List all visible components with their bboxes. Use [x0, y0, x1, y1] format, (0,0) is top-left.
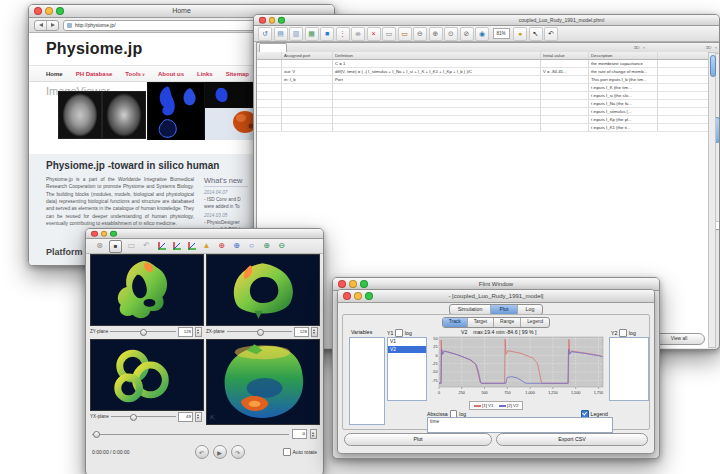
- rotate-y-icon[interactable]: ⊕: [231, 241, 242, 252]
- zoom-fit-icon[interactable]: ⊘: [460, 27, 474, 41]
- undo-icon[interactable]: ↶: [544, 27, 558, 41]
- rotate-x-icon[interactable]: ⊕: [216, 241, 227, 252]
- zoom-level-box[interactable]: 81%: [493, 28, 510, 39]
- table-row[interactable]: t inputs I_K1 (the ti...: [257, 124, 709, 132]
- axis-zxy-icon[interactable]: [186, 241, 197, 252]
- table-row[interactable]: t inputs I_stimulus (...: [257, 108, 709, 116]
- axis-xyz-icon[interactable]: [156, 241, 167, 252]
- module-icon[interactable]: ■: [320, 27, 334, 41]
- slider-value[interactable]: 128: [294, 327, 309, 337]
- close-button[interactable]: [343, 292, 351, 300]
- plot-button[interactable]: Plot: [344, 433, 492, 446]
- slider-thumb[interactable]: [257, 329, 264, 336]
- capture-icon[interactable]: ▭: [126, 241, 137, 252]
- close-button[interactable]: [338, 280, 346, 288]
- document-titlebar[interactable]: - [coupled_Luo_Rudy_1991_model]: [338, 290, 654, 303]
- y1-log-checkbox[interactable]: [395, 329, 403, 337]
- save-icon[interactable]: ▥: [289, 27, 303, 41]
- back-forward-buttons[interactable]: [34, 20, 59, 31]
- zoom-button[interactable]: [365, 292, 373, 300]
- slider-thumb[interactable]: [130, 414, 137, 421]
- brain-mri-thumbnail[interactable]: [58, 91, 102, 139]
- slider-stepper[interactable]: [195, 327, 202, 337]
- back-icon[interactable]: [35, 21, 46, 30]
- variable-item-v2[interactable]: V2: [388, 346, 426, 354]
- delete-icon[interactable]: ×: [367, 27, 381, 41]
- viewer-titlebar[interactable]: [86, 229, 323, 239]
- heart-segment-thumbnail[interactable]: [147, 82, 205, 140]
- nav-item-home[interactable]: Home: [46, 71, 63, 77]
- tab-log[interactable]: Log: [517, 305, 543, 314]
- minimize-button[interactable]: [349, 280, 357, 288]
- nav-item-about-us[interactable]: About us: [158, 71, 184, 77]
- panel-controls-icon[interactable]: ⌦ ×: [634, 45, 646, 50]
- timeline-thumb[interactable]: [93, 431, 100, 438]
- y2-log-checkbox[interactable]: [619, 329, 627, 337]
- stop-icon[interactable]: ■: [109, 240, 122, 253]
- snapshot-icon[interactable]: ▦: [305, 27, 319, 41]
- tab-simulation[interactable]: Simulation: [450, 305, 491, 314]
- column-header[interactable]: Assigned port: [282, 52, 333, 59]
- v-scrollbar[interactable]: [708, 52, 716, 348]
- subtab-target[interactable]: Target: [467, 318, 493, 327]
- step-back-button[interactable]: ↶: [195, 445, 209, 459]
- slider-thumb[interactable]: [140, 329, 147, 336]
- subtab-track[interactable]: Track: [443, 318, 467, 327]
- export-csv-button[interactable]: Export CSV: [496, 433, 648, 446]
- slider-value[interactable]: 49: [178, 412, 193, 422]
- slider-stepper[interactable]: [311, 327, 318, 337]
- pointer-icon[interactable]: ↖: [529, 27, 543, 41]
- slider-track[interactable]: [111, 416, 176, 417]
- minimize-button[interactable]: [354, 292, 362, 300]
- close-button[interactable]: [34, 7, 42, 15]
- nav-item-ph-database[interactable]: PH Database: [76, 71, 113, 77]
- nav-item-sitemap[interactable]: Sitemap: [226, 71, 249, 77]
- v-scroll-thumb[interactable]: [710, 55, 716, 77]
- open-folder-icon[interactable]: ▤: [274, 27, 288, 41]
- nav-item-tools[interactable]: Tools ∨: [125, 71, 145, 77]
- table-row[interactable]: t inputs I_si (the slo...: [257, 92, 709, 100]
- column-header[interactable]: Definition: [333, 52, 541, 59]
- undo-icon[interactable]: ↶: [141, 241, 152, 252]
- abscissa-input[interactable]: time: [427, 417, 613, 433]
- panel-controls-icon[interactable]: ⌦ ×: [706, 45, 718, 50]
- rotate-free-icon[interactable]: ○: [246, 241, 257, 252]
- slider-track[interactable]: [227, 331, 292, 332]
- column-header[interactable]: Description: [589, 52, 658, 59]
- highlight-icon[interactable]: ●: [513, 27, 527, 41]
- y2-list[interactable]: [609, 337, 649, 401]
- zoom-actual-icon[interactable]: ⊙: [444, 27, 458, 41]
- viewport-yx[interactable]: [90, 339, 204, 411]
- scale-icon[interactable]: ▲: [201, 241, 212, 252]
- pq-list-icon[interactable]: ⋮: [336, 27, 350, 41]
- table-row[interactable]: out: Vdiff(V, time) = ( -( I_stimulus + …: [257, 68, 709, 76]
- axis-yzx-icon[interactable]: [171, 241, 182, 252]
- timeline-value[interactable]: 0: [292, 429, 307, 439]
- forward-icon[interactable]: [46, 21, 58, 30]
- minimize-button[interactable]: [101, 230, 108, 237]
- variable-item-v1[interactable]: V1: [388, 338, 426, 346]
- zoom-button[interactable]: [56, 7, 64, 15]
- table-row[interactable]: C = 1the membrane capacitance: [257, 60, 709, 68]
- viewport-3d[interactable]: ⇱: [206, 339, 320, 425]
- plot-area[interactable]: 50250-25-50-7502505007501,0001,2501,5001…: [427, 335, 607, 401]
- zoom-button[interactable]: [360, 280, 368, 288]
- zoom-in-icon[interactable]: ⊕: [429, 27, 443, 41]
- zoom-button[interactable]: [278, 17, 285, 24]
- zoom-out-icon[interactable]: ⊖: [413, 27, 427, 41]
- slider-track[interactable]: [110, 331, 176, 332]
- brain-mri-thumbnail[interactable]: [102, 91, 146, 139]
- designer-titlebar[interactable]: coupled_Luo_Rudy_1991_model.phml: [254, 15, 719, 26]
- table-row[interactable]: t inputs I_Na (the fa...: [257, 100, 709, 108]
- step-forward-button[interactable]: ↷: [231, 445, 245, 459]
- auto-rotate-checkbox[interactable]: [283, 448, 291, 456]
- zoom-out-icon[interactable]: ⊖: [276, 241, 287, 252]
- y1-list[interactable]: V1V2: [387, 337, 427, 401]
- back-icon[interactable]: ↺: [258, 27, 272, 41]
- table-row[interactable]: in: I_bPortThis port inputs I_b (the tim…: [257, 76, 709, 84]
- web-icon[interactable]: ◉: [475, 27, 489, 41]
- minimize-button[interactable]: [269, 17, 276, 24]
- viewport-zy[interactable]: [90, 254, 204, 326]
- variables-list[interactable]: [349, 337, 385, 425]
- settings-icon[interactable]: ⊛: [94, 241, 105, 252]
